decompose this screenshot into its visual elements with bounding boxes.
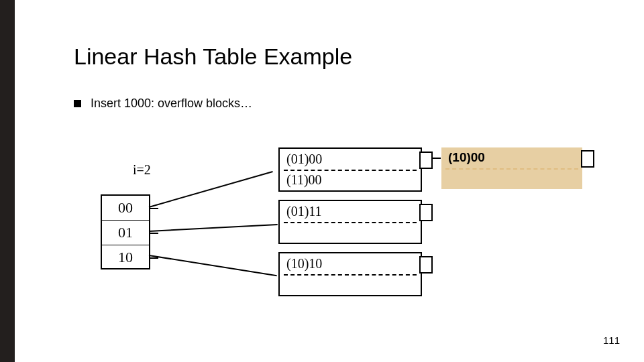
- bucket-00: (01)00 (11)00: [278, 147, 422, 192]
- bucket-10: (10)10: [278, 252, 422, 296]
- bucket-value: (01)00: [286, 152, 322, 167]
- hash-table-diagram: i=2 00 01 10 (01)00 (11)00 (01)11 (10)10…: [101, 147, 570, 308]
- tick-mark: [150, 233, 158, 234]
- pointer-line: [149, 255, 277, 276]
- overflow-block: (10)00: [441, 147, 582, 189]
- page-number: 111: [603, 335, 620, 346]
- directory-label: 10: [118, 249, 133, 266]
- directory-row-01: 01: [102, 221, 149, 245]
- bucket-value: (10)10: [286, 256, 322, 272]
- slide-title: Linear Hash Table Example: [74, 44, 617, 70]
- overflow-tab-icon: [419, 256, 433, 274]
- bullet-item: Insert 1000: overflow blocks…: [74, 97, 617, 111]
- slide-content: Linear Hash Table Example Insert 1000: o…: [74, 44, 617, 111]
- directory-row-00: 00: [102, 196, 149, 221]
- pointer-line: [149, 224, 278, 232]
- tick-mark: [150, 257, 158, 259]
- row-divider: [445, 168, 578, 170]
- i-label: i=2: [133, 162, 151, 178]
- overflow-tab-icon: [419, 152, 433, 169]
- overflow-value: (10)00: [448, 150, 485, 165]
- bucket-value: (01)11: [286, 204, 322, 219]
- bucket-value: (11)00: [286, 172, 322, 188]
- tick-mark: [150, 208, 158, 209]
- bucket-01: (01)11: [278, 200, 422, 244]
- square-bullet-icon: [74, 100, 81, 107]
- pointer-line: [149, 171, 273, 208]
- left-accent-bar: [0, 0, 15, 362]
- row-divider: [284, 274, 417, 276]
- directory-label: 00: [118, 199, 133, 217]
- overflow-connector: [433, 158, 441, 159]
- directory-table: 00 01 10: [101, 194, 150, 269]
- directory-label: 01: [118, 224, 133, 241]
- overflow-tab-icon: [581, 150, 594, 168]
- directory-row-10: 10: [102, 245, 149, 269]
- row-divider: [284, 222, 417, 223]
- row-divider: [284, 170, 417, 171]
- bullet-text: Insert 1000: overflow blocks…: [91, 97, 252, 111]
- overflow-tab-icon: [419, 204, 433, 221]
